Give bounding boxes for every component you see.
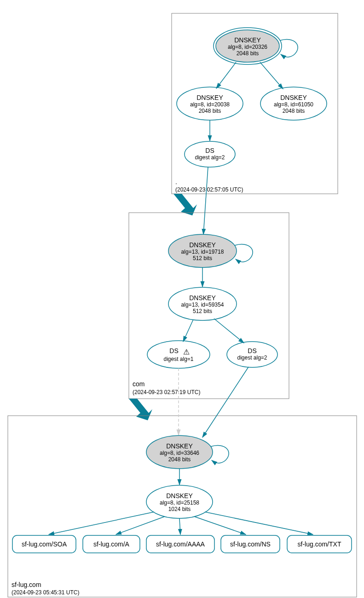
edge-rootksk-zsk2 [260, 62, 283, 89]
svg-text:DNSKEY: DNSKEY [166, 492, 193, 499]
zone-root-timestamp: (2024-09-23 02:57:05 UTC) [175, 186, 243, 193]
node-rr-ns[interactable]: sf-lug.com/NS [221, 535, 280, 553]
zone-com-timestamp: (2024-09-23 02:57:19 UTC) [133, 389, 200, 395]
zone-root-label: . [175, 178, 177, 186]
node-com-zsk[interactable]: DNSKEY alg=13, id=59354 512 bits [168, 287, 237, 320]
node-rr-txt[interactable]: sf-lug.com/TXT [287, 535, 352, 553]
svg-text:DNSKEY: DNSKEY [189, 241, 216, 249]
svg-text:DS: DS [248, 347, 256, 354]
node-rr-aaaa[interactable]: sf-lug.com/AAAA [146, 535, 214, 553]
node-com-ds-2[interactable]: DS digest alg=2 [227, 342, 277, 367]
node-root-ds[interactable]: DS digest alg=2 [185, 141, 235, 167]
svg-text:alg=13, id=59354: alg=13, id=59354 [181, 302, 224, 308]
node-com-ksk[interactable]: DNSKEY alg=13, id=19718 512 bits [168, 234, 237, 267]
node-root-zsk-1[interactable]: DNSKEY alg=8, id=20038 2048 bits [177, 87, 243, 120]
svg-text:DNSKEY: DNSKEY [196, 94, 223, 101]
edge-leafzsk-ns [194, 517, 246, 534]
svg-text:DNSKEY: DNSKEY [234, 36, 261, 44]
node-leaf-zsk[interactable]: DNSKEY alg=8, id=25158 1024 bits [146, 485, 213, 518]
edge-comds2-leafksk [202, 367, 248, 437]
node-com-ds-1[interactable]: DS ⚠ digest alg=1 [147, 341, 210, 368]
edge-leafzsk-soa [49, 512, 154, 534]
svg-text:sf-lug.com/A: sf-lug.com/A [93, 540, 129, 548]
svg-text:alg=8, id=25158: alg=8, id=25158 [160, 499, 199, 506]
svg-text:512 bits: 512 bits [193, 308, 212, 314]
zone-com-label: com [133, 380, 144, 388]
edge-com-ksk-self [235, 244, 253, 262]
svg-point-26 [147, 341, 210, 368]
svg-text:alg=8, id=20038: alg=8, id=20038 [190, 101, 230, 108]
svg-text:512 bits: 512 bits [193, 255, 212, 261]
edge-leaf-ksk-self [211, 445, 229, 463]
svg-text:DS: DS [205, 147, 214, 154]
svg-text:digest alg=2: digest alg=2 [237, 354, 267, 361]
svg-text:sf-lug.com/SOA: sf-lug.com/SOA [22, 540, 67, 548]
svg-text:2048 bits: 2048 bits [283, 108, 305, 114]
svg-text:alg=8, id=61050: alg=8, id=61050 [274, 101, 313, 108]
svg-text:2048 bits: 2048 bits [237, 50, 259, 57]
edge-leafzsk-a [116, 517, 165, 534]
edge-root-ksk-self [280, 39, 298, 57]
node-leaf-ksk[interactable]: DNSKEY alg=8, id=33646 2048 bits [146, 435, 213, 469]
svg-text:digest alg=2: digest alg=2 [195, 154, 225, 161]
svg-text:alg=13, id=19718: alg=13, id=19718 [181, 249, 224, 255]
node-rr-soa[interactable]: sf-lug.com/SOA [12, 535, 76, 553]
svg-text:digest alg=1: digest alg=1 [163, 356, 193, 362]
svg-text:sf-lug.com/NS: sf-lug.com/NS [230, 540, 271, 548]
svg-text:sf-lug.com/TXT: sf-lug.com/TXT [298, 540, 341, 548]
svg-text:DNSKEY: DNSKEY [280, 94, 307, 101]
zone-leaf-label: sf-lug.com [12, 581, 41, 588]
warning-icon: ⚠ [183, 348, 190, 356]
svg-text:sf-lug.com/AAAA: sf-lug.com/AAAA [156, 540, 205, 548]
svg-text:DNSKEY: DNSKEY [166, 442, 193, 450]
edge-comzsk-ds1 [183, 319, 193, 342]
svg-text:1024 bits: 1024 bits [168, 506, 191, 512]
edge-rootksk-zsk1 [216, 62, 236, 88]
svg-text:2048 bits: 2048 bits [168, 456, 191, 463]
zone-arrow-root-com [173, 194, 197, 215]
node-root-ksk[interactable]: DNSKEY alg=8, id=20326 2048 bits [214, 28, 282, 64]
zone-leaf-timestamp: (2024-09-23 05:45:31 UTC) [12, 589, 79, 596]
svg-text:2048 bits: 2048 bits [199, 108, 221, 114]
zone-arrow-com-leaf [129, 399, 152, 420]
svg-text:alg=8, id=20326: alg=8, id=20326 [228, 44, 267, 50]
edge-comzsk-ds2 [214, 319, 244, 343]
svg-text:DS: DS [169, 347, 178, 354]
svg-text:alg=8, id=33646: alg=8, id=33646 [160, 450, 199, 456]
node-root-zsk-2[interactable]: DNSKEY alg=8, id=61050 2048 bits [260, 87, 327, 120]
edge-leafzsk-aaaa [179, 518, 180, 534]
svg-text:DNSKEY: DNSKEY [189, 294, 216, 302]
edge-rootds-comksk [203, 167, 208, 234]
edge-leafzsk-txt [205, 512, 313, 534]
node-rr-a[interactable]: sf-lug.com/A [83, 535, 140, 553]
